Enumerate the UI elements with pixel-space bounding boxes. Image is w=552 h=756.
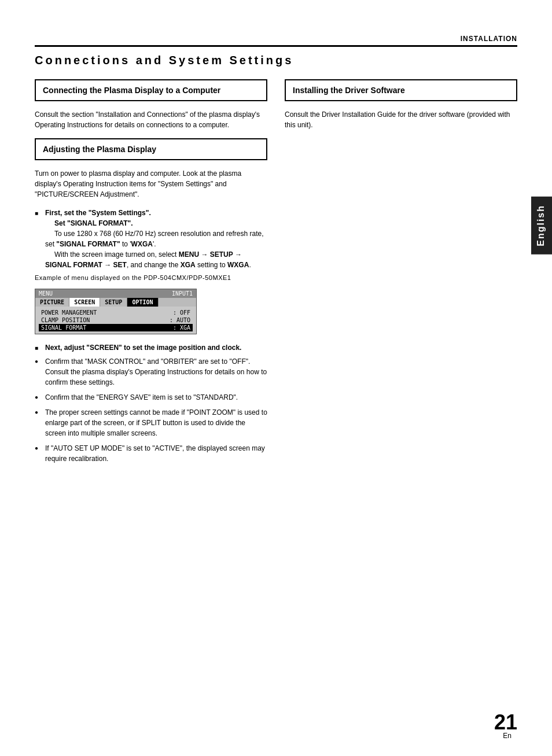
- square-bullets-2: Next, adjust "SCREEN" to set the image p…: [35, 342, 267, 353]
- right-column: Installing the Driver Software Consult t…: [285, 79, 517, 470]
- page: INSTALLATION Connections and System Sett…: [0, 0, 552, 756]
- menu-row-signal: SIGNAL FORMAT: XGA: [39, 324, 193, 331]
- menu-screenshot: MENU INPUT1 PICTURE SCREEN SETUP OPTION …: [35, 289, 197, 334]
- page-number-sub: En: [503, 732, 511, 740]
- section1-body: Consult the section "Installation and Co…: [35, 109, 267, 130]
- section2-heading: Adjusting the Plasma Display: [43, 144, 259, 154]
- menu-content: POWER MANAGEMENT: OFF CLAMP POSITION: AU…: [35, 307, 196, 334]
- menu-tab-setup: SETUP: [100, 298, 127, 307]
- bullet1-text2: With the screen image turned on, select …: [45, 250, 251, 269]
- menu-row-clamp: CLAMP POSITION: AUTO: [39, 316, 193, 324]
- menu-tab-option: OPTION: [127, 298, 158, 307]
- bullet1-label: First, set the "System Settings".: [45, 209, 151, 217]
- bullet1-text: To use 1280 x 768 (60 Hz/70 Hz) screen r…: [45, 230, 264, 248]
- page-number: 21: [494, 712, 517, 733]
- section2-box: Adjusting the Plasma Display: [35, 138, 267, 160]
- section2-body: Turn on power to plasma display and comp…: [35, 168, 267, 200]
- driver-section-box: Installing the Driver Software: [285, 79, 517, 101]
- driver-section-heading: Installing the Driver Software: [293, 85, 509, 95]
- menu-tab-picture: PICTURE: [35, 298, 69, 307]
- menu-tab-screen: SCREEN: [69, 298, 100, 307]
- menu-header-left: MENU: [39, 290, 53, 297]
- left-column: Connecting the Plasma Display to a Compu…: [35, 79, 267, 470]
- menu-tabs: PICTURE SCREEN SETUP OPTION: [35, 298, 196, 307]
- columns: Connecting the Plasma Display to a Compu…: [35, 79, 517, 470]
- menu-caption: Example of menu displayed on the PDP-504…: [35, 274, 267, 282]
- section1-box: Connecting the Plasma Display to a Compu…: [35, 79, 267, 101]
- installation-label: INSTALLATION: [35, 35, 517, 47]
- list-item: The proper screen settings cannot be mad…: [35, 407, 267, 438]
- bullet-item-1: First, set the "System Settings". Set "S…: [35, 208, 267, 270]
- bullet-list: Confirm that "MASK CONTROL" and "ORBITER…: [35, 356, 267, 464]
- square-bullets: First, set the "System Settings". Set "S…: [35, 208, 267, 270]
- list-item: Confirm that the "ENERGY SAVE" item is s…: [35, 392, 267, 403]
- menu-header: MENU INPUT1: [35, 289, 196, 298]
- english-tab: English: [531, 197, 552, 255]
- bullet-item-2: Next, adjust "SCREEN" to set the image p…: [35, 342, 267, 353]
- list-item: Confirm that "MASK CONTROL" and "ORBITER…: [35, 356, 267, 388]
- menu-header-right: INPUT1: [172, 290, 193, 297]
- driver-section-body: Consult the Driver Installation Guide fo…: [285, 109, 517, 130]
- section1-heading: Connecting the Plasma Display to a Compu…: [43, 85, 259, 95]
- main-title: Connections and System Settings: [35, 53, 517, 68]
- bullet2-label: Next, adjust "SCREEN" to set the image p…: [45, 344, 241, 352]
- bullet1-sub: Set "SIGNAL FORMAT".: [45, 219, 133, 227]
- list-item: If "AUTO SET UP MODE" is set to "ACTIVE"…: [35, 443, 267, 464]
- menu-row-power: POWER MANAGEMENT: OFF: [39, 309, 193, 316]
